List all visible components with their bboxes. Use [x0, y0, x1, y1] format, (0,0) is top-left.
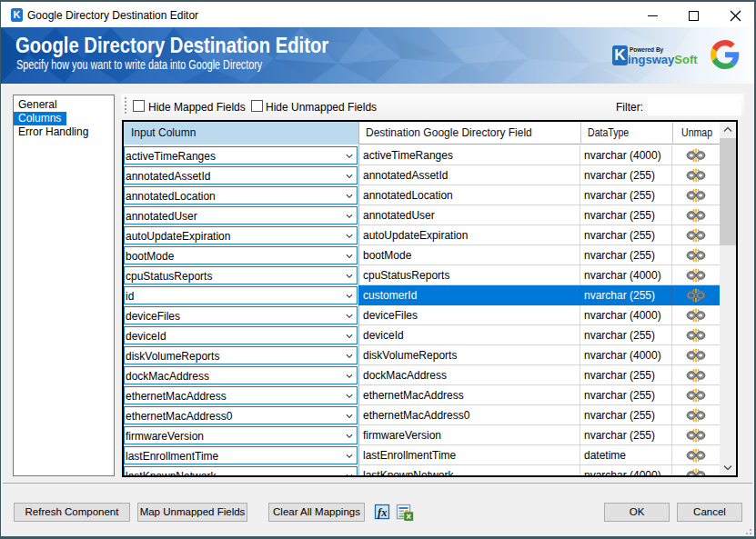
- svg-text:fx: fx: [378, 506, 387, 519]
